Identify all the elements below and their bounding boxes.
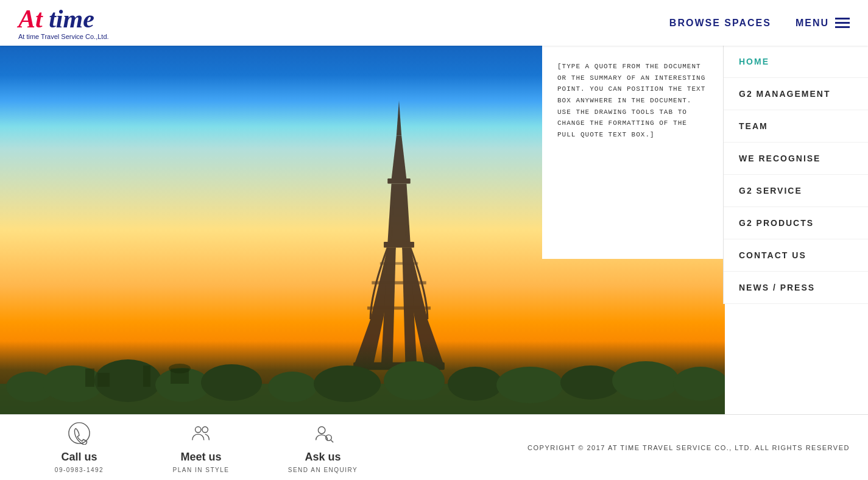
quote-box: [TYPE A QUOTE FROM THE DOCUMENT OR THE S… (542, 46, 725, 259)
svg-rect-13 (367, 306, 431, 309)
svg-point-26 (448, 367, 503, 401)
copyright-text: COPYRIGHT © 2017 AT TIME TRAVEL SERVICE … (528, 444, 850, 451)
quote-text: [TYPE A QUOTE FROM THE DOCUMENT OR THE S… (557, 61, 710, 141)
svg-marker-1 (392, 135, 407, 180)
svg-point-25 (384, 361, 445, 400)
logo[interactable]: At time (18, 6, 94, 32)
hamburger-icon (835, 18, 850, 28)
logo-at: At (18, 5, 43, 33)
svg-point-37 (196, 427, 202, 433)
svg-rect-35 (171, 369, 189, 384)
menu-label: MENU (796, 18, 829, 29)
nav-right: BROWSE SPACES MENU (669, 18, 850, 29)
sidebar-item-g2-management[interactable]: G2 MANAGEMENT (724, 78, 868, 110)
svg-marker-0 (397, 101, 401, 135)
sidebar-item-g2-products[interactable]: G2 PRODUCTS (724, 207, 868, 239)
header: At time At time Travel Service Co.,Ltd. … (0, 0, 868, 46)
phone-icon (68, 422, 91, 448)
svg-rect-4 (384, 242, 414, 247)
logo-area: At time At time Travel Service Co.,Ltd. (18, 6, 109, 40)
search-person-icon (311, 422, 334, 448)
footer: Call us 09-0983-1492 Meet us PLAN IN STY… (0, 414, 868, 480)
svg-rect-2 (387, 178, 410, 183)
menu-button[interactable]: MENU (796, 18, 850, 29)
sidebar-item-home[interactable]: HOME (724, 46, 868, 78)
call-us-number: 09-0983-1492 (55, 467, 104, 473)
sidebar-nav: HOME G2 MANAGEMENT TEAM WE RECOGNISE G2 … (723, 46, 868, 304)
svg-rect-14 (380, 262, 418, 264)
svg-rect-32 (97, 373, 110, 387)
people-icon (189, 422, 213, 448)
svg-point-27 (496, 367, 563, 403)
call-us-item[interactable]: Call us 09-0983-1492 (18, 422, 140, 473)
svg-rect-33 (143, 365, 150, 387)
svg-point-24 (314, 365, 381, 402)
ask-us-item[interactable]: Ask us SEND AN ENQUIRY (262, 422, 384, 473)
svg-rect-31 (85, 369, 94, 387)
svg-rect-12 (372, 281, 426, 284)
logo-time: time (43, 5, 94, 33)
ask-us-sub: SEND AN ENQUIRY (288, 467, 358, 473)
sidebar-item-news-press[interactable]: NEWS / PRESS (724, 272, 868, 304)
svg-point-23 (268, 372, 317, 402)
svg-line-41 (331, 440, 333, 442)
svg-point-29 (612, 361, 679, 400)
footer-right: COPYRIGHT © 2017 AT TIME TRAVEL SERVICE … (426, 444, 868, 451)
footer-left: Call us 09-0983-1492 Meet us PLAN IN STY… (0, 422, 426, 473)
logo-subtitle: At time Travel Service Co.,Ltd. (18, 33, 109, 40)
sidebar-item-team[interactable]: TEAM (724, 110, 868, 143)
browse-spaces-button[interactable]: BROWSE SPACES (669, 18, 771, 29)
svg-point-38 (202, 427, 208, 433)
ask-us-label: Ask us (305, 451, 340, 464)
call-us-label: Call us (61, 451, 97, 464)
svg-marker-3 (387, 183, 410, 243)
svg-point-22 (201, 364, 262, 401)
sidebar-item-we-recognise[interactable]: WE RECOGNISE (724, 143, 868, 175)
meet-us-item[interactable]: Meet us PLAN IN STYLE (140, 422, 262, 473)
sidebar-item-g2-service[interactable]: G2 SERVICE (724, 175, 868, 207)
svg-point-39 (318, 427, 325, 434)
sidebar-item-contact-us[interactable]: CONTACT US (724, 239, 868, 272)
meet-us-sub: PLAN IN STYLE (173, 467, 230, 473)
svg-point-28 (560, 365, 621, 400)
meet-us-label: Meet us (180, 451, 221, 464)
